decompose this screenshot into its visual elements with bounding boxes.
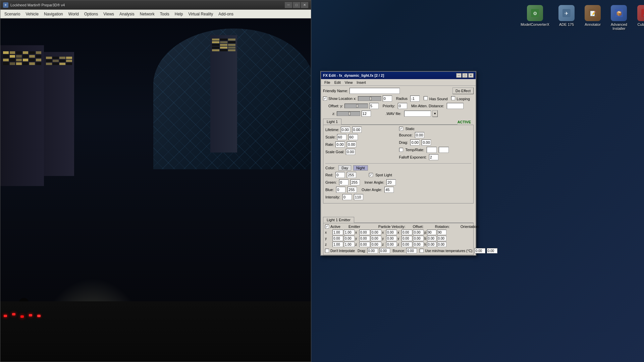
rot-z-1[interactable]: [401, 242, 412, 247]
orient-b-1[interactable]: [427, 236, 436, 241]
rot-y-1[interactable]: [401, 236, 412, 241]
minimize-button[interactable]: ─: [285, 2, 292, 8]
emitter-tab[interactable]: Light 1 Emitter: [323, 217, 354, 223]
use-minmax-checkbox[interactable]: [420, 249, 424, 253]
temp-rate-input-1[interactable]: [427, 147, 437, 153]
desktop-icon-cubase[interactable]: 🎵 Cubase 5: [637, 5, 644, 26]
menu-analysis[interactable]: Analysis: [117, 11, 137, 17]
pv-x-2[interactable]: [371, 230, 381, 235]
menu-vr[interactable]: Virtual Reality: [185, 11, 216, 17]
temp-min-input[interactable]: [475, 248, 485, 253]
orient-p-1[interactable]: [427, 230, 436, 235]
desktop-icon-advinstaller[interactable]: 📦 Advanced Installer: [611, 5, 627, 31]
day-color-button[interactable]: Day: [338, 165, 351, 171]
menu-scenario[interactable]: Scenario: [2, 11, 23, 17]
wav-file-input[interactable]: [404, 111, 431, 117]
orient-h-1[interactable]: [427, 242, 436, 247]
rate-input-1[interactable]: [335, 141, 345, 147]
location-x-slider[interactable]: [358, 96, 381, 101]
emitter-active-checkbox[interactable]: [325, 225, 329, 229]
drag-input-1[interactable]: [410, 139, 420, 145]
intensity-day-input[interactable]: [342, 194, 352, 200]
green-day-input[interactable]: [339, 179, 348, 185]
intensity-night-input[interactable]: [354, 194, 363, 200]
pv-x-1[interactable]: [359, 230, 370, 235]
menu-tools[interactable]: Tools: [157, 11, 172, 17]
static-checkbox[interactable]: [399, 127, 403, 131]
menu-navigation[interactable]: Navigation: [41, 11, 66, 17]
emitter-y-1[interactable]: [332, 236, 343, 241]
drag-input-2[interactable]: [422, 139, 431, 145]
min-atten-input[interactable]: [447, 103, 464, 109]
friendly-name-input[interactable]: [350, 88, 400, 94]
do-effect-button[interactable]: Do Effect: [452, 87, 474, 94]
fx-close-button[interactable]: ✕: [468, 73, 474, 78]
emitter-z-2[interactable]: [344, 242, 355, 247]
night-color-button[interactable]: Night: [353, 165, 368, 171]
off-z-1[interactable]: [386, 242, 397, 247]
menu-network[interactable]: Network: [137, 11, 157, 17]
fx-menu-insert[interactable]: Insert: [355, 80, 368, 85]
desktop-icon-ade[interactable]: ✈ ADE 175: [558, 5, 575, 26]
show-location-checkbox[interactable]: [323, 97, 327, 101]
green-night-input[interactable]: [351, 179, 360, 185]
bounce-e-input[interactable]: [406, 248, 417, 253]
pv-y-1[interactable]: [359, 236, 370, 241]
off-x-1[interactable]: [386, 230, 397, 235]
desktop-icon-annotator[interactable]: 📝 Annotator: [585, 5, 601, 26]
orient-h-2[interactable]: [437, 242, 446, 247]
emitter-x-2[interactable]: [344, 230, 355, 235]
menu-addons[interactable]: Add-ons: [216, 11, 236, 17]
fx-menu-file[interactable]: File: [322, 80, 332, 85]
emitter-x-1[interactable]: [332, 230, 343, 235]
menu-views[interactable]: Views: [101, 11, 117, 17]
scale-goal-input[interactable]: [346, 149, 355, 155]
close-button[interactable]: ✕: [301, 2, 308, 8]
falloff-input[interactable]: [429, 154, 438, 160]
inner-angle-input[interactable]: [386, 179, 396, 185]
fx-menu-edit[interactable]: Edit: [332, 80, 343, 85]
fx-menu-view[interactable]: View: [343, 80, 355, 85]
temp-max-input[interactable]: [487, 248, 497, 253]
fx-minimize-button[interactable]: ─: [456, 73, 462, 78]
location-x-input[interactable]: [383, 96, 392, 102]
scale-input-2[interactable]: [348, 134, 358, 140]
rot-z-2[interactable]: [413, 242, 424, 247]
orient-b-2[interactable]: [437, 236, 446, 241]
light1-tab[interactable]: Light 1: [323, 119, 341, 125]
rate-input-2[interactable]: [347, 141, 356, 147]
drag-e-input-1[interactable]: [367, 248, 378, 253]
offset-y-slider[interactable]: [344, 104, 368, 108]
lifetime-input-2[interactable]: [352, 127, 362, 133]
dont-interpolate-checkbox[interactable]: [325, 249, 329, 253]
pv-z-1[interactable]: [359, 242, 370, 247]
blue-day-input[interactable]: [336, 187, 345, 193]
scale-input-1[interactable]: [337, 134, 346, 140]
offset-z-slider[interactable]: [337, 111, 360, 116]
menu-world[interactable]: World: [66, 11, 82, 17]
wav-browse-button[interactable]: ▼: [432, 110, 438, 117]
menu-vehicle[interactable]: Vehicle: [23, 11, 41, 17]
bounce-input[interactable]: [415, 132, 424, 138]
menu-help[interactable]: Help: [172, 11, 186, 17]
red-night-input[interactable]: [347, 172, 356, 178]
has-sound-checkbox[interactable]: [424, 96, 428, 100]
temp-rate-checkbox[interactable]: [399, 148, 403, 152]
fx-maximize-button[interactable]: □: [462, 73, 468, 78]
radius-input[interactable]: [410, 96, 420, 102]
outer-angle-input[interactable]: [384, 187, 394, 193]
rot-y-2[interactable]: [413, 236, 424, 241]
rot-x-1[interactable]: [401, 230, 412, 235]
offset-y-input[interactable]: [369, 103, 379, 109]
orient-p-2[interactable]: [437, 230, 446, 235]
emitter-z-1[interactable]: [332, 242, 343, 247]
desktop-icon-modelconverter[interactable]: ⚙ ModelConverterX: [522, 5, 548, 26]
rot-x-2[interactable]: [413, 230, 424, 235]
blue-night-input[interactable]: [347, 187, 357, 193]
menu-options[interactable]: Options: [82, 11, 101, 17]
priority-input[interactable]: [398, 103, 407, 109]
temp-rate-input-2[interactable]: [439, 147, 449, 153]
pv-y-2[interactable]: [371, 236, 381, 241]
red-day-input[interactable]: [335, 172, 345, 178]
maximize-button[interactable]: □: [293, 2, 300, 8]
